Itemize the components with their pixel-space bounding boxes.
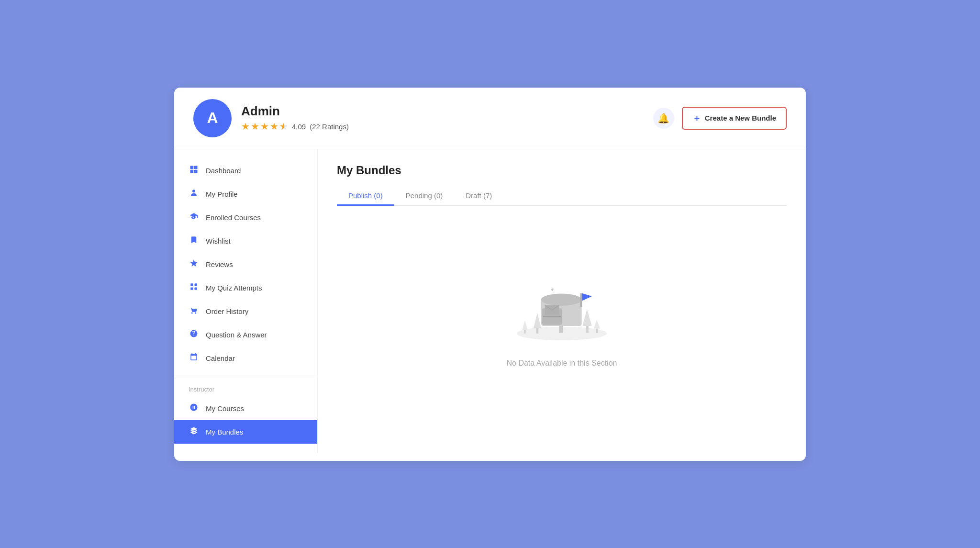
empty-state-text: No Data Available in this Section: [507, 359, 617, 368]
notification-button[interactable]: 🔔: [653, 108, 674, 129]
sidebar-item-question-answer[interactable]: Question & Answer: [174, 323, 317, 347]
svg-rect-15: [586, 326, 589, 333]
rocket-icon: [189, 403, 199, 414]
tab-publish[interactable]: Publish (0): [337, 187, 394, 206]
svg-rect-5: [190, 283, 193, 286]
star-icon: [189, 259, 199, 270]
svg-rect-7: [190, 287, 193, 290]
create-bundle-button[interactable]: ＋ Create a New Bundle: [682, 107, 787, 130]
sidebar-label-dashboard: Dashboard: [206, 167, 241, 175]
svg-marker-12: [523, 320, 528, 330]
page-title: My Bundles: [337, 164, 787, 177]
sidebar-label-calendar: Calendar: [206, 354, 235, 362]
svg-rect-17: [596, 328, 598, 333]
svg-marker-24: [582, 293, 591, 301]
avatar: A: [193, 99, 232, 137]
mailbox-illustration: [509, 254, 614, 349]
sidebar-item-enrolled-courses[interactable]: Enrolled Courses: [174, 206, 317, 229]
svg-marker-10: [534, 313, 541, 327]
sidebar-label-wishlist: Wishlist: [206, 237, 231, 245]
layers-icon: [189, 426, 199, 437]
calendar-icon: [189, 353, 199, 364]
sidebar-item-dashboard[interactable]: Dashboard: [174, 159, 317, 182]
rating-value: 4.09: [292, 123, 306, 131]
sidebar-item-calendar[interactable]: Calendar: [174, 347, 317, 370]
svg-rect-23: [580, 293, 582, 306]
svg-marker-14: [582, 309, 592, 325]
qa-icon: [189, 329, 199, 340]
bell-icon: 🔔: [657, 112, 669, 124]
sidebar-item-my-profile[interactable]: My Profile: [174, 182, 317, 206]
sidebar-divider: [174, 376, 317, 376]
svg-point-20: [541, 293, 582, 305]
cart-icon: [189, 306, 199, 317]
header: A Admin ★ ★ ★ ★ ★★ 4.09 (22 Ratings): [174, 88, 806, 149]
sidebar-item-order-history[interactable]: Order History: [174, 300, 317, 323]
svg-rect-3: [194, 169, 198, 173]
svg-rect-6: [195, 283, 197, 286]
sidebar-label-my-bundles: My Bundles: [206, 428, 243, 436]
sidebar-item-reviews[interactable]: Reviews: [174, 253, 317, 276]
plus-icon: ＋: [692, 112, 701, 124]
instructor-section-label: Instructor: [174, 382, 317, 397]
tab-draft[interactable]: Draft (7): [454, 187, 503, 206]
rating-row: ★ ★ ★ ★ ★★ 4.09 (22 Ratings): [241, 121, 653, 132]
tabs: Publish (0) Pending (0) Draft (7): [337, 187, 787, 206]
create-bundle-label: Create a New Bundle: [705, 114, 776, 122]
sidebar-label-question-answer: Question & Answer: [206, 331, 267, 339]
person-icon: [189, 189, 199, 200]
svg-rect-22: [543, 315, 561, 317]
star-5: ★★: [279, 121, 288, 132]
tab-pending[interactable]: Pending (0): [394, 187, 455, 206]
user-name: Admin: [241, 104, 653, 119]
bookmark-icon: [189, 235, 199, 246]
sidebar-item-my-courses[interactable]: My Courses: [174, 397, 317, 420]
svg-rect-1: [194, 166, 198, 169]
svg-rect-0: [190, 166, 194, 169]
sidebar-label-enrolled-courses: Enrolled Courses: [206, 213, 261, 222]
svg-rect-8: [195, 287, 197, 290]
rating-count: (22 Ratings): [310, 123, 349, 131]
star-3: ★: [260, 121, 269, 132]
dashboard-icon: [189, 165, 199, 176]
svg-rect-11: [536, 328, 539, 334]
star-4: ★: [270, 121, 278, 132]
svg-marker-16: [594, 319, 600, 328]
sidebar-label-reviews: Reviews: [206, 260, 233, 268]
user-info: Admin ★ ★ ★ ★ ★★ 4.09 (22 Ratings): [241, 104, 653, 132]
sidebar-label-my-courses: My Courses: [206, 404, 244, 413]
header-actions: 🔔 ＋ Create a New Bundle: [653, 107, 787, 130]
sidebar-label-my-profile: My Profile: [206, 190, 238, 198]
main-content: My Bundles Publish (0) Pending (0) Draft…: [318, 149, 806, 453]
sidebar-item-wishlist[interactable]: Wishlist: [174, 229, 317, 253]
sidebar: Dashboard My Profile Enrolled Courses Wi…: [174, 149, 318, 453]
graduation-icon: [189, 212, 199, 223]
svg-rect-2: [190, 169, 194, 173]
quiz-icon: [189, 282, 199, 293]
star-1: ★: [241, 121, 250, 132]
sidebar-item-my-bundles[interactable]: My Bundles: [174, 420, 317, 444]
sidebar-label-my-quiz-attempts: My Quiz Attempts: [206, 284, 262, 292]
star-2: ★: [251, 121, 259, 132]
body: Dashboard My Profile Enrolled Courses Wi…: [174, 149, 806, 453]
svg-point-26: [551, 288, 554, 291]
svg-point-4: [192, 190, 195, 192]
svg-rect-13: [524, 329, 525, 333]
sidebar-label-order-history: Order History: [206, 307, 248, 315]
stars: ★ ★ ★ ★ ★★: [241, 121, 288, 132]
sidebar-item-my-quiz-attempts[interactable]: My Quiz Attempts: [174, 276, 317, 300]
main-card: A Admin ★ ★ ★ ★ ★★ 4.09 (22 Ratings): [174, 88, 806, 461]
empty-state: No Data Available in this Section: [337, 225, 787, 387]
